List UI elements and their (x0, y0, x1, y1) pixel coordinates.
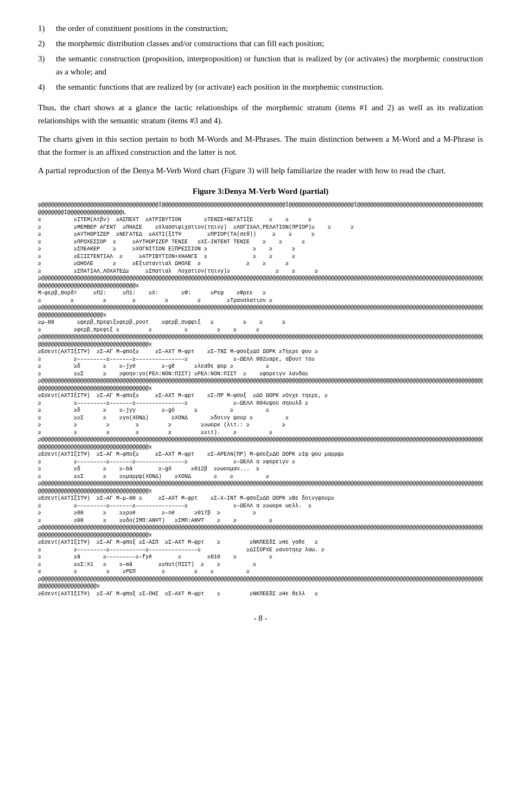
list-num-4: 4) (38, 80, 56, 93)
list-container: 1) the order of constituent positions in… (38, 22, 483, 93)
figure-title: Figure 3:Denya M-Verb Word (partial) (38, 187, 483, 196)
list-text-4: the semantic functions that are realized… (56, 80, 483, 93)
list-item-2: 2) the morphemic distribution classes an… (38, 37, 483, 50)
paragraph-3-block: A partial reproduction of the Denya M-Ve… (38, 164, 483, 177)
page-number: - 8 - (38, 614, 483, 623)
page-content: 1) the order of constituent positions in… (38, 22, 483, 623)
list-num-2: 2) (38, 37, 56, 50)
list-num-1: 1) (38, 22, 56, 35)
list-item-3: 3) the semantic construction (propositio… (38, 52, 483, 78)
list-item-4: 4) the semantic functions that are reali… (38, 80, 483, 93)
figure-title-text: Figure 3:Denya M-Verb Word (partial) (193, 187, 329, 196)
list-text-1: the order of constituent positions in th… (56, 22, 483, 35)
list-item-1: 1) the order of constituent positions in… (38, 22, 483, 35)
paragraph-2-block: The charts given in this section pertain… (38, 133, 483, 159)
paragraph-2: The charts given in this section pertain… (38, 133, 483, 159)
list-text-2: the morphemic distribution classes and/o… (56, 37, 483, 50)
paragraph-3: A partial reproduction of the Denya M-Ve… (38, 164, 483, 177)
chart-container: ψ@@@@@@@@@@@@@@@@@@@@@@@@@@@@@@@@@@@@Ï@@… (38, 202, 483, 597)
list-text-3: the semantic construction (proposition, … (56, 52, 483, 78)
paragraph-1-block: Thus, the chart shows at a glance the ta… (38, 101, 483, 127)
paragraph-1: Thus, the chart shows at a glance the ta… (38, 101, 483, 127)
list-num-3: 3) (38, 52, 56, 78)
